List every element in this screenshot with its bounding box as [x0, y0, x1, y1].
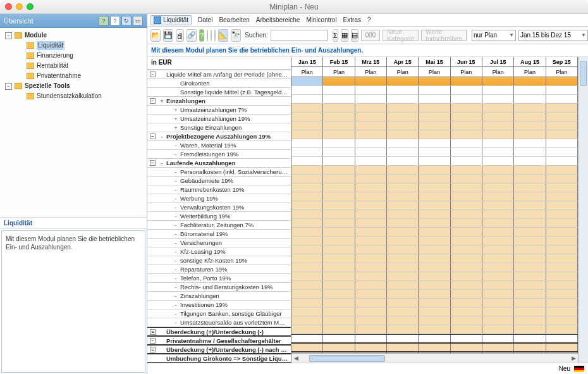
- grid-cell[interactable]: [291, 122, 323, 130]
- grid-cell[interactable]: [451, 166, 482, 174]
- grid-cell[interactable]: [387, 86, 419, 94]
- grid-cell[interactable]: [291, 246, 323, 254]
- grid-cell[interactable]: [323, 290, 355, 298]
- grid-cell[interactable]: [355, 272, 387, 280]
- grid-cell[interactable]: [514, 316, 546, 325]
- grid-cell[interactable]: [323, 325, 355, 333]
- link-icon[interactable]: 🔗: [187, 29, 197, 42]
- grid-cell[interactable]: [514, 157, 546, 165]
- grid-cell[interactable]: [291, 308, 323, 316]
- grid-cell[interactable]: [323, 148, 355, 156]
- grid-cell[interactable]: [451, 237, 482, 245]
- grid-cell[interactable]: [482, 104, 514, 112]
- grid-cell[interactable]: [514, 166, 546, 174]
- grid-cell[interactable]: [355, 157, 387, 165]
- grid-cell[interactable]: [419, 210, 450, 218]
- grid-cell[interactable]: [355, 175, 387, 183]
- grid-cell[interactable]: [419, 316, 450, 325]
- grid-cell[interactable]: [323, 157, 355, 165]
- grid-cell[interactable]: [546, 281, 578, 289]
- grid-cell[interactable]: [514, 228, 546, 236]
- grid-cell[interactable]: [323, 246, 355, 254]
- grid-cell[interactable]: [419, 77, 450, 85]
- grid-cell[interactable]: [514, 86, 546, 94]
- grid-row-label[interactable]: -Umsatzsteuersaldo aus vorletztem Monat …: [147, 318, 291, 327]
- grid-cell[interactable]: [291, 281, 323, 289]
- grid-cell[interactable]: [546, 122, 578, 130]
- grid-cell[interactable]: [419, 139, 450, 147]
- grid-cell[interactable]: [387, 175, 419, 183]
- grid-cell[interactable]: [419, 175, 450, 183]
- grid-cell[interactable]: [387, 299, 419, 307]
- grid-cell[interactable]: [291, 228, 323, 236]
- grid-cell[interactable]: [514, 175, 546, 183]
- grid-cell[interactable]: [514, 192, 546, 201]
- grid-cell[interactable]: [291, 299, 323, 307]
- grid-cell[interactable]: [546, 335, 578, 342]
- grid-cell[interactable]: [355, 113, 387, 121]
- grid-cell[interactable]: [451, 299, 482, 307]
- grid-cell[interactable]: [323, 175, 355, 183]
- grid-cell[interactable]: [546, 210, 578, 218]
- grid-cell[interactable]: [546, 130, 578, 139]
- grid-cell[interactable]: [546, 237, 578, 245]
- grid-cell[interactable]: [419, 281, 450, 289]
- grid-cell[interactable]: [451, 219, 482, 227]
- grid-cell[interactable]: [482, 344, 514, 351]
- grid-cell[interactable]: [323, 316, 355, 325]
- grid-cell[interactable]: [387, 335, 419, 342]
- grid-cell[interactable]: [387, 290, 419, 298]
- grid-cell[interactable]: [355, 290, 387, 298]
- grid-cell[interactable]: [419, 201, 450, 209]
- grid-row-label[interactable]: −-Laufende Auszahlungen: [147, 159, 291, 168]
- grid-cell[interactable]: [514, 219, 546, 227]
- grid-cell[interactable]: [387, 316, 419, 325]
- scroll-right-icon[interactable]: ▶: [569, 355, 578, 361]
- grid-cell[interactable]: [355, 86, 387, 94]
- grid-cell[interactable]: [482, 228, 514, 236]
- grid-cell[interactable]: [323, 201, 355, 209]
- grid-cell[interactable]: [387, 325, 419, 333]
- grid-cell[interactable]: [546, 299, 578, 307]
- grid-cell[interactable]: [419, 335, 450, 342]
- grid-cell[interactable]: [451, 148, 482, 156]
- grid-cell[interactable]: [514, 344, 546, 351]
- grid-cell[interactable]: [355, 308, 387, 316]
- grid-cell[interactable]: [482, 166, 514, 174]
- grid-cell[interactable]: [514, 254, 546, 263]
- grid-cell[interactable]: [419, 299, 450, 307]
- grid-cell[interactable]: [387, 201, 419, 209]
- grid-cell[interactable]: [419, 254, 450, 263]
- grid-cell[interactable]: [323, 95, 355, 103]
- grid-cell[interactable]: [451, 210, 482, 218]
- grid-row-label[interactable]: -Büromaterial 19%: [147, 230, 291, 239]
- forward-values-button[interactable]: Werte fortschreiben: [421, 30, 467, 41]
- grid-cell[interactable]: [514, 325, 546, 333]
- grid-cell[interactable]: [355, 166, 387, 174]
- grid-cell[interactable]: [451, 344, 482, 351]
- chart-icon[interactable]: ▤: [351, 29, 358, 42]
- grid-cell[interactable]: [546, 316, 578, 325]
- grid-cell[interactable]: [355, 139, 387, 147]
- grid-cell[interactable]: [451, 104, 482, 112]
- grid-cell[interactable]: [291, 201, 323, 209]
- grid-cell[interactable]: [355, 325, 387, 333]
- grid-cell[interactable]: [387, 237, 419, 245]
- grid-cell[interactable]: [546, 166, 578, 174]
- grid-cell[interactable]: [419, 246, 450, 254]
- grid-cell[interactable]: [546, 201, 578, 209]
- grid-cell[interactable]: [482, 299, 514, 307]
- grid-cell[interactable]: [451, 316, 482, 325]
- grid-cell[interactable]: [323, 210, 355, 218]
- grid-cell[interactable]: [291, 290, 323, 298]
- grid-cell[interactable]: [355, 281, 387, 289]
- grid-cell[interactable]: [451, 290, 482, 298]
- grid-cell[interactable]: [291, 113, 323, 121]
- grid-cell[interactable]: [514, 104, 546, 112]
- grid-cell[interactable]: [387, 166, 419, 174]
- grid-cell[interactable]: [514, 122, 546, 130]
- grid-cell[interactable]: [355, 130, 387, 139]
- grid-row-label[interactable]: +Umsatzeinzahlungen 19%: [147, 115, 291, 123]
- grid-cell[interactable]: [482, 95, 514, 103]
- grid-cell[interactable]: [387, 263, 419, 271]
